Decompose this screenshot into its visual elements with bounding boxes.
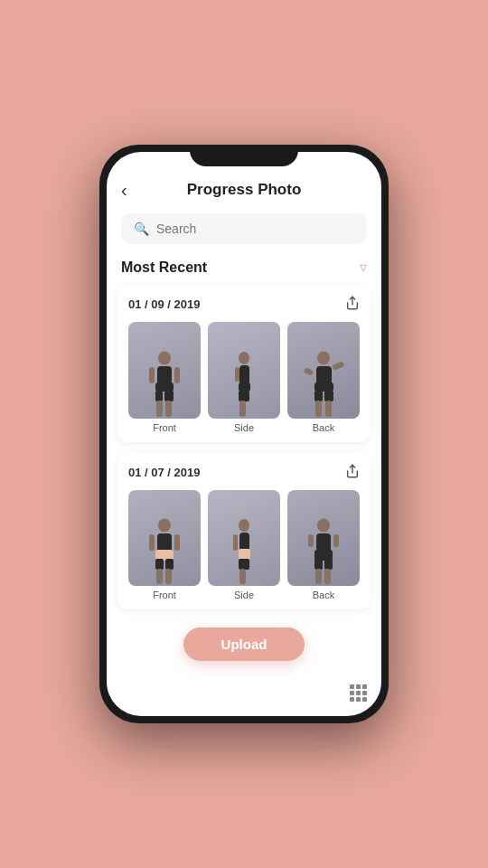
photo-thumb-back-2[interactable]	[287, 490, 360, 587]
photo-item-front-2: Front	[128, 490, 201, 601]
dot-5	[356, 691, 361, 695]
svg-rect-34	[174, 534, 180, 551]
photo-group-2: 01 / 07 / 2019	[117, 453, 371, 610]
svg-rect-27	[157, 533, 172, 552]
svg-point-1	[158, 351, 171, 364]
page-title: Progress Photo	[125, 181, 363, 199]
dot-9	[362, 697, 367, 702]
svg-rect-23	[303, 367, 314, 376]
share-icon-2[interactable]	[345, 464, 360, 481]
svg-rect-18	[314, 382, 333, 392]
svg-rect-30	[165, 559, 174, 570]
svg-rect-33	[149, 534, 155, 551]
svg-rect-4	[155, 391, 163, 401]
svg-rect-12	[239, 382, 250, 392]
photo-label-side-2: Side	[234, 590, 254, 600]
svg-rect-11	[239, 365, 249, 385]
svg-rect-44	[314, 559, 323, 570]
svg-rect-36	[239, 533, 249, 551]
svg-rect-40	[233, 534, 238, 551]
dot-6	[362, 691, 367, 695]
photo-label-front-1: Front	[153, 422, 176, 433]
photo-thumb-side-2[interactable]	[208, 490, 280, 587]
svg-rect-9	[174, 367, 180, 383]
svg-rect-3	[155, 382, 174, 392]
photo-item-front-1: Front	[128, 322, 201, 433]
svg-rect-22	[325, 401, 332, 417]
upload-button[interactable]: Upload	[183, 627, 305, 661]
phone-shell: ‹ Progress Photo 🔍 Most Recent ▿ 01 / 09…	[99, 145, 389, 723]
screen-content: ‹ Progress Photo 🔍 Most Recent ▿ 01 / 09…	[107, 152, 381, 677]
svg-rect-7	[165, 401, 172, 417]
svg-rect-49	[333, 534, 339, 547]
svg-point-10	[239, 352, 249, 364]
upload-wrap: Upload	[107, 620, 381, 665]
svg-rect-39	[239, 569, 246, 584]
group-header-2: 01 / 07 / 2019	[128, 464, 360, 481]
back-button[interactable]: ‹	[121, 180, 127, 201]
search-container: 🔍	[107, 210, 381, 255]
svg-rect-5	[164, 391, 174, 401]
photos-row-1: Front	[128, 322, 360, 433]
search-bar: 🔍	[121, 213, 367, 244]
svg-point-35	[239, 519, 249, 532]
svg-rect-45	[324, 559, 333, 570]
section-header: Most Recent ▿	[107, 255, 381, 285]
group-date-2: 01 / 07 / 2019	[128, 466, 201, 479]
svg-rect-31	[156, 569, 163, 584]
photo-thumb-front-1[interactable]	[128, 322, 201, 419]
photo-item-back-1: Back	[287, 322, 360, 433]
photo-thumb-side-1[interactable]	[208, 322, 280, 419]
photo-item-back-2: Back	[287, 490, 360, 601]
dot-3	[362, 684, 367, 689]
svg-point-16	[317, 351, 330, 364]
svg-rect-13	[239, 391, 249, 401]
svg-rect-48	[308, 534, 314, 547]
dot-8	[356, 697, 361, 702]
photo-label-front-2: Front	[153, 590, 176, 600]
svg-rect-29	[155, 559, 164, 570]
svg-rect-14	[239, 401, 246, 417]
photo-item-side-2: Side	[208, 490, 280, 601]
photo-label-back-2: Back	[313, 590, 334, 600]
group-header-1: 01 / 09 / 2019	[128, 296, 360, 313]
dot-1	[350, 684, 354, 689]
svg-rect-46	[315, 569, 322, 584]
grid-icon[interactable]	[350, 684, 367, 702]
svg-point-41	[317, 519, 330, 533]
filter-icon[interactable]: ▿	[360, 259, 367, 276]
dot-2	[356, 684, 361, 689]
photo-group-1: 01 / 09 / 2019	[117, 285, 371, 442]
search-input[interactable]	[156, 222, 354, 236]
photo-item-side-1: Side	[208, 322, 280, 433]
section-title: Most Recent	[121, 259, 207, 276]
svg-rect-32	[165, 569, 172, 584]
svg-point-26	[158, 519, 171, 533]
svg-rect-15	[235, 367, 239, 382]
photo-label-back-1: Back	[313, 422, 334, 433]
phone-screen: ‹ Progress Photo 🔍 Most Recent ▿ 01 / 09…	[107, 152, 381, 716]
svg-rect-6	[156, 401, 163, 417]
photo-thumb-front-2[interactable]	[128, 490, 201, 587]
bottom-nav	[107, 677, 381, 716]
svg-rect-37	[239, 549, 250, 560]
svg-rect-19	[314, 391, 323, 401]
dot-4	[350, 691, 354, 695]
svg-rect-42	[316, 533, 331, 552]
photo-label-side-1: Side	[234, 422, 254, 433]
svg-rect-8	[149, 367, 155, 383]
svg-rect-21	[315, 401, 322, 417]
group-date-1: 01 / 09 / 2019	[128, 297, 201, 311]
svg-rect-20	[324, 391, 333, 401]
svg-rect-47	[324, 569, 331, 584]
svg-rect-24	[332, 361, 344, 370]
phone-notch	[190, 145, 298, 166]
photos-row-2: Front	[128, 490, 360, 601]
photo-thumb-back-1[interactable]	[287, 322, 360, 419]
search-icon: 🔍	[134, 222, 149, 236]
dot-7	[350, 697, 354, 702]
svg-rect-38	[239, 559, 249, 570]
share-icon-1[interactable]	[345, 296, 360, 313]
